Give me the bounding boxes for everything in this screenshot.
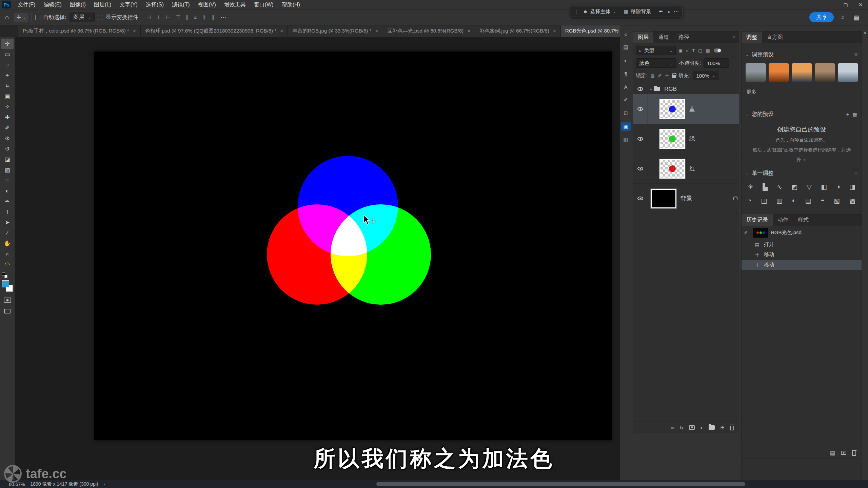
close-icon[interactable]: × [133, 28, 136, 34]
frame-tool[interactable]: ▣ [1, 91, 14, 102]
show-transform-checkbox[interactable]: 显示变换控件 [98, 14, 138, 21]
layer-style-icon[interactable]: fx [680, 425, 684, 430]
drag-handle-icon[interactable]: ⋮ [574, 9, 579, 14]
align-right-edges-icon[interactable]: ⊢ [165, 14, 172, 20]
preset-grid-icon[interactable]: ▦ [852, 111, 857, 118]
timeline-panel-icon[interactable]: ▥ [621, 135, 631, 144]
menu-window[interactable]: 窗口(W) [250, 0, 278, 9]
preset-thumbnail-1[interactable] [746, 63, 766, 82]
adjustment-presets-header[interactable]: ⌄ 调整预设 ≡ [742, 51, 862, 58]
clone-stamp-tool[interactable]: ⊛ [1, 133, 14, 144]
rectangular-marquee-tool[interactable]: ▭ [1, 49, 14, 60]
lock-all-icon[interactable] [672, 75, 676, 78]
new-layer-icon[interactable]: ⊞ [720, 424, 725, 430]
your-presets-header[interactable]: ⌄ 您的预设 + ▦ [742, 111, 862, 118]
layer-thumbnail[interactable] [659, 159, 685, 179]
document-tab-1[interactable]: Ps新手村，color.psd @ 36.7% (RGB, RGB/8) * × [18, 25, 141, 37]
fill-dropdown[interactable]: 100% ⌄ [693, 71, 718, 80]
layer-filter-dropdown[interactable]: ⌕ 类型 ⌄ [636, 46, 676, 55]
quick-mask-icon[interactable] [4, 298, 11, 303]
tab-paths[interactable]: 路径 [674, 32, 694, 43]
share-button[interactable]: 共享 [809, 12, 834, 22]
history-state-move-2[interactable]: ✛ 移动 [742, 260, 862, 270]
lasso-tool[interactable]: ◌ [1, 60, 14, 70]
tab-history[interactable]: 历史记录 [742, 214, 773, 226]
properties-panel-icon[interactable]: ▣ [621, 122, 631, 131]
align-top-edges-icon[interactable]: ⊤ [175, 14, 181, 20]
close-icon[interactable]: × [553, 28, 556, 34]
path-selection-tool[interactable]: ➤ [1, 217, 14, 228]
levels-icon[interactable]: ▙ [763, 183, 768, 191]
home-icon[interactable]: ⌂ [3, 14, 11, 21]
gradient-map-icon[interactable]: ▧ [834, 197, 840, 205]
paragraph-panel-icon[interactable]: ¶ [621, 69, 631, 78]
tab-styles[interactable]: 样式 [793, 214, 813, 226]
color-lookup-icon[interactable]: ▥ [776, 197, 783, 205]
channel-mixer-icon[interactable]: ◫ [761, 197, 767, 205]
lock-image-pixels-icon[interactable]: ✐ [657, 73, 662, 78]
lock-transparent-pixels-icon[interactable]: ▨ [650, 73, 655, 78]
photo-filter-icon[interactable]: ◔ [748, 197, 751, 205]
tab-histogram[interactable]: 直方图 [762, 32, 788, 43]
align-bottom-edges-icon[interactable]: ≡ [193, 15, 198, 20]
menu-view[interactable]: 视图(V) [194, 0, 220, 9]
document-canvas[interactable] [94, 52, 612, 440]
current-tool-chip[interactable]: ✛ ⌄ [14, 13, 28, 22]
move-tool[interactable]: ✛ [1, 39, 14, 49]
default-swatches-icon[interactable] [2, 272, 7, 278]
filter-shape-layers-icon[interactable]: ▢ [697, 48, 703, 53]
filter-adjustment-layers-icon[interactable]: ◐ [685, 48, 689, 53]
document-tab-5[interactable]: 补色案例.jpg @ 66.7%(RGB/8) × [475, 25, 561, 37]
layer-visibility-toggle[interactable] [633, 84, 648, 94]
menu-image[interactable]: 图像(I) [66, 0, 90, 9]
clone-source-panel-icon[interactable]: ⊡ [621, 109, 631, 118]
opacity-dropdown[interactable]: 100% ⌄ [704, 58, 729, 68]
search-icon[interactable]: ⌕ [839, 14, 846, 21]
preset-thumbnail-3[interactable] [792, 63, 812, 82]
expand-dock-icon[interactable]: » [864, 30, 866, 480]
new-adjustment-layer-icon[interactable]: ◐ [700, 425, 703, 430]
menu-file[interactable]: 文件(F) [14, 0, 39, 9]
document-tab-2[interactable]: 色相环.psd @ 97.6% (QQ截图20180302230906, RGB… [141, 25, 288, 37]
history-state-open[interactable]: ▤ 打开 [742, 240, 862, 250]
posterize-icon[interactable]: ▤ [805, 197, 811, 205]
delete-state-icon[interactable] [852, 451, 856, 456]
exposure-icon[interactable]: ◩ [791, 183, 797, 191]
lock-position-icon[interactable]: ✛ [665, 73, 669, 78]
more-options-icon[interactable]: ⋯ [219, 14, 229, 21]
align-left-edges-icon[interactable]: ⊣ [145, 14, 152, 20]
layer-row-blue[interactable]: 蓝 [633, 94, 739, 124]
hue-saturation-icon[interactable]: ◧ [821, 183, 827, 191]
remove-background-button[interactable]: ▦ 移除背景 [624, 8, 651, 15]
align-horizontal-centers-icon[interactable]: ⊥ [155, 14, 162, 20]
brush-settings-panel-icon[interactable]: ✐ [621, 96, 631, 104]
select-subject-button[interactable]: ☻ 选择主体 ⌄ [583, 8, 616, 15]
layer-visibility-toggle[interactable] [633, 94, 648, 124]
auto-select-target-dropdown[interactable]: 图层 ⌄ [70, 13, 94, 22]
history-snapshot-row[interactable]: ✐ RGB光色.psd [742, 226, 862, 240]
layer-thumbnail[interactable] [659, 99, 685, 119]
preset-thumbnail-2[interactable] [769, 63, 789, 82]
workspace-switcher-icon[interactable]: ▦ [852, 14, 861, 21]
layer-row-green[interactable]: 绿 [633, 124, 739, 154]
menu-type[interactable]: 文字(Y) [115, 0, 141, 9]
layer-visibility-toggle[interactable] [633, 124, 648, 154]
menu-edit[interactable]: 编辑(E) [39, 0, 65, 9]
single-adjustments-header[interactable]: ⌄ 单一调整 ≡ [742, 170, 862, 177]
selective-color-icon[interactable]: ▩ [849, 197, 855, 205]
close-icon[interactable]: × [280, 28, 283, 34]
checkbox-box[interactable] [98, 15, 103, 20]
history-state-move-1[interactable]: ✛ 移动 [742, 250, 862, 260]
tab-layers[interactable]: 图层 [633, 32, 653, 43]
document-tab-active[interactable]: RGB光色.psd @ 80.7% (蓝, RGB/8 [561, 25, 620, 37]
distribute-vertically-icon[interactable]: ∦ [211, 14, 216, 20]
curves-icon[interactable]: ∿ [777, 183, 782, 191]
layer-group-row-rgb[interactable]: ⌄ RGB [633, 84, 739, 94]
feather-icon-button[interactable]: ✒ [659, 8, 663, 15]
object-selection-tool[interactable]: ⌖ [1, 70, 14, 81]
menu-plugins[interactable]: 增效工具 [220, 0, 250, 9]
layer-row-background[interactable]: 背景 [633, 184, 739, 214]
group-expand-arrow-icon[interactable]: ⌄ [649, 87, 652, 91]
document-tab-3[interactable]: 丰富的RGB.jpg @ 33.3%(RGB/8) * × [288, 25, 383, 37]
vibrance-icon[interactable]: ▽ [807, 183, 812, 191]
